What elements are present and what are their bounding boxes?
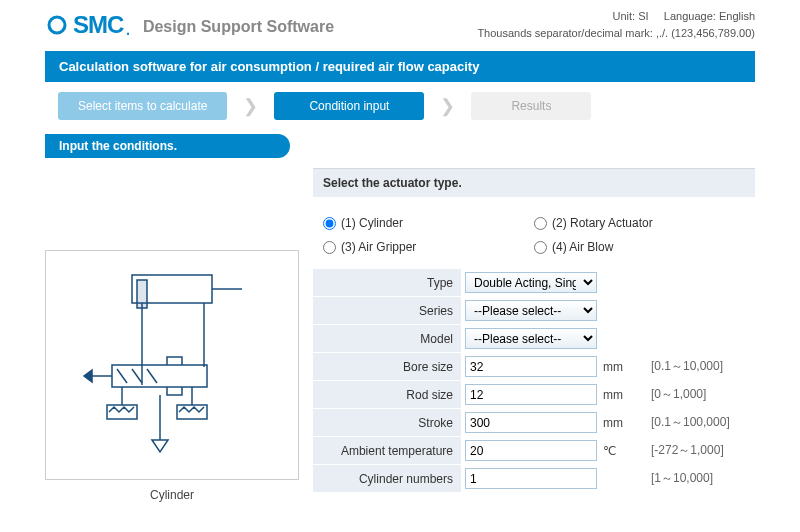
lang-label: Language: <box>664 10 716 22</box>
step-select-items[interactable]: Select items to calculate <box>58 92 227 120</box>
input-rod[interactable] <box>465 384 597 405</box>
radio-rotary-label: (2) Rotary Actuator <box>552 216 653 230</box>
row-temp: Ambient temperature ℃ [-272～1,000] <box>313 437 755 464</box>
chevron-right-icon: ❯ <box>229 95 272 117</box>
select-type[interactable]: Double Acting, Single Rod <box>465 272 597 293</box>
diagram-caption: Cylinder <box>45 488 299 502</box>
unit-rod: mm <box>601 388 641 402</box>
step-results[interactable]: Results <box>471 92 591 120</box>
label-cylnum: Cylinder numbers <box>313 465 461 492</box>
label-bore: Bore size <box>313 353 461 380</box>
row-type: Type Double Acting, Single Rod <box>313 269 755 296</box>
radio-gripper[interactable]: (3) Air Gripper <box>323 235 534 259</box>
logo-text: SMC <box>73 11 123 39</box>
label-model: Model <box>313 325 461 352</box>
range-cylnum: [1～10,000] <box>641 470 713 487</box>
step-condition-input[interactable]: Condition input <box>274 92 424 120</box>
content: Cylinder Select the actuator type. (1) C… <box>0 168 800 502</box>
unit-stroke: mm <box>601 416 641 430</box>
input-temp[interactable] <box>465 440 597 461</box>
app-title: Design Support Software <box>143 18 334 36</box>
row-model: Model --Please select-- <box>313 325 755 352</box>
radio-rotary-input[interactable] <box>534 217 547 230</box>
actuator-radios: (1) Cylinder (2) Rotary Actuator (3) Air… <box>313 207 755 269</box>
section-label: Input the conditions. <box>45 134 290 158</box>
svg-rect-11 <box>177 405 207 419</box>
form-panel: Select the actuator type. (1) Cylinder (… <box>313 168 755 502</box>
select-series[interactable]: --Please select-- <box>465 300 597 321</box>
cylinder-diagram <box>45 250 299 480</box>
step-nav: Select items to calculate ❯ Condition in… <box>0 82 800 130</box>
unit-label: Unit: <box>612 10 635 22</box>
row-stroke: Stroke mm [0.1～100,000] <box>313 409 755 436</box>
diagram-panel: Cylinder <box>45 168 299 502</box>
header: SMC. Design Support Software Unit: SI La… <box>0 0 800 47</box>
label-rod: Rod size <box>313 381 461 408</box>
unit-value[interactable]: SI <box>638 10 648 22</box>
chevron-right-icon: ❯ <box>426 95 469 117</box>
lang-value[interactable]: English <box>719 10 755 22</box>
label-series: Series <box>313 297 461 324</box>
radio-gripper-input[interactable] <box>323 241 336 254</box>
radio-airblow-input[interactable] <box>534 241 547 254</box>
row-series: Series --Please select-- <box>313 297 755 324</box>
page-banner: Calculation software for air consumption… <box>45 51 755 82</box>
label-type: Type <box>313 269 461 296</box>
input-bore[interactable] <box>465 356 597 377</box>
row-rod: Rod size mm [0～1,000] <box>313 381 755 408</box>
range-stroke: [0.1～100,000] <box>641 414 730 431</box>
label-temp: Ambient temperature <box>313 437 461 464</box>
logo-dot: . <box>125 17 131 40</box>
logo-swirl-icon <box>45 13 69 37</box>
radio-airblow[interactable]: (4) Air Blow <box>534 235 745 259</box>
range-temp: [-272～1,000] <box>641 442 724 459</box>
input-cylnum[interactable] <box>465 468 597 489</box>
logo: SMC. Design Support Software <box>45 11 334 39</box>
range-rod: [0～1,000] <box>641 386 706 403</box>
row-bore: Bore size mm [0.1～10,000] <box>313 353 755 380</box>
unit-temp: ℃ <box>601 444 641 458</box>
radio-gripper-label: (3) Air Gripper <box>341 240 416 254</box>
unit-bore: mm <box>601 360 641 374</box>
row-cylnum: Cylinder numbers [1～10,000] <box>313 465 755 492</box>
radio-cylinder[interactable]: (1) Cylinder <box>323 211 534 235</box>
range-bore: [0.1～10,000] <box>641 358 723 375</box>
actuator-heading: Select the actuator type. <box>313 168 755 197</box>
svg-rect-6 <box>112 365 207 387</box>
radio-rotary[interactable]: (2) Rotary Actuator <box>534 211 745 235</box>
top-meta: Unit: SI Language: English Thousands sep… <box>477 8 755 41</box>
radio-cylinder-input[interactable] <box>323 217 336 230</box>
label-stroke: Stroke <box>313 409 461 436</box>
input-stroke[interactable] <box>465 412 597 433</box>
select-model[interactable]: --Please select-- <box>465 328 597 349</box>
separator-note: Thousands separator/decimal mark: ,./. (… <box>477 25 755 42</box>
svg-rect-10 <box>107 405 137 419</box>
svg-point-0 <box>54 22 60 28</box>
radio-cylinder-label: (1) Cylinder <box>341 216 403 230</box>
radio-airblow-label: (4) Air Blow <box>552 240 613 254</box>
